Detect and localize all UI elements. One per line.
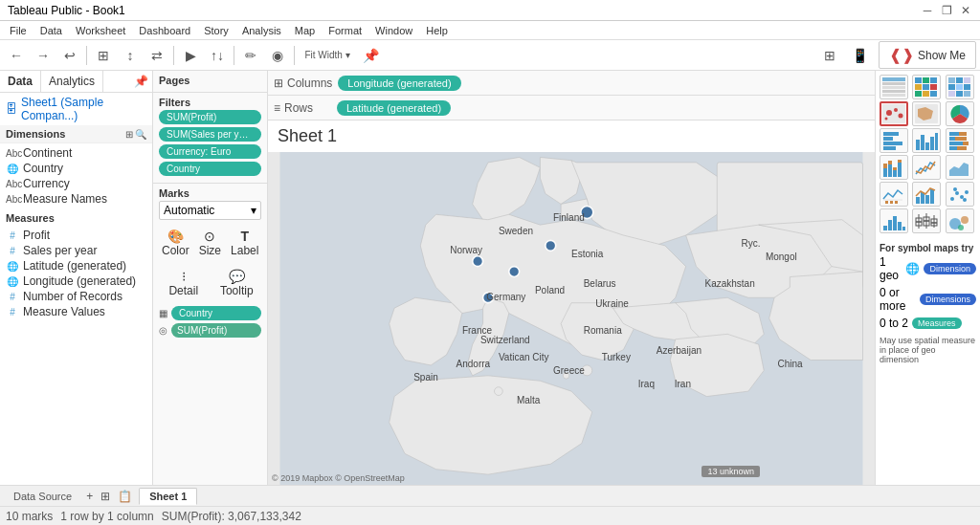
chart-heat-map[interactable]: [912, 75, 941, 99]
filter-currency[interactable]: Currency: Euro: [159, 144, 261, 159]
run-button[interactable]: ▶: [178, 43, 203, 68]
status-bar: 10 marks 1 row by 1 column SUM(Profit): …: [0, 506, 980, 525]
chart-horiz-bar[interactable]: [880, 128, 908, 153]
marks-section: Marks Automatic ▾ 🎨 Color ⊙ Size T Label: [153, 184, 267, 485]
svg-rect-72: [957, 146, 967, 150]
chart-line[interactable]: [912, 155, 941, 180]
svg-rect-57: [883, 137, 893, 141]
minimize-button[interactable]: ─: [921, 4, 934, 17]
device-button[interactable]: 📱: [848, 43, 873, 68]
grid-icon[interactable]: ⊞: [125, 129, 133, 140]
chart-vert-bar[interactable]: [912, 128, 941, 153]
data-source-item[interactable]: 🗄 Sheet1 (Sample Compan...): [0, 93, 152, 125]
chart-pie[interactable]: [946, 101, 974, 126]
dim-currency[interactable]: Abc Currency: [0, 176, 152, 191]
filter-country[interactable]: Country: [159, 162, 261, 176]
measure-profit[interactable]: # Profit: [0, 228, 152, 243]
forward-button[interactable]: →: [31, 43, 56, 68]
new-sheet-icon[interactable]: +: [83, 489, 96, 504]
menu-bar: File Data Worksheet Dashboard Story Anal…: [0, 21, 980, 40]
menu-map[interactable]: Map: [289, 23, 321, 38]
measure-values[interactable]: # Measure Values: [0, 304, 152, 319]
svg-rect-27: [882, 86, 905, 89]
chart-histogram[interactable]: [880, 208, 908, 233]
back-button[interactable]: ←: [4, 43, 29, 68]
svg-rect-70: [963, 142, 969, 145]
dimensions-title: Dimensions: [6, 128, 65, 140]
new-story-icon[interactable]: 📋: [115, 489, 135, 504]
presentation-button[interactable]: ⊞: [817, 43, 842, 68]
menu-data[interactable]: Data: [34, 23, 68, 38]
marks-tooltip-btn[interactable]: 💬 Tooltip: [212, 266, 262, 300]
marks-detail-btn[interactable]: ⁝ Detail: [159, 266, 209, 300]
new-ds-button[interactable]: ⊞: [91, 43, 116, 68]
chart-text-table[interactable]: [880, 75, 908, 99]
svg-rect-42: [948, 84, 955, 90]
menu-help[interactable]: Help: [420, 23, 454, 38]
menu-worksheet[interactable]: Worksheet: [70, 23, 131, 38]
dim-continent[interactable]: Abc Continent: [0, 145, 152, 161]
measure-num-records[interactable]: # Number of Records: [0, 289, 152, 304]
chart-box-plot[interactable]: [912, 208, 941, 233]
chart-stacked-horiz[interactable]: [946, 128, 974, 153]
menu-story[interactable]: Story: [198, 23, 234, 38]
new-dashboard-icon[interactable]: ⊞: [98, 489, 113, 504]
panel-pin[interactable]: 📌: [130, 71, 152, 92]
menu-analysis[interactable]: Analysis: [236, 23, 287, 38]
sheet-tab-1[interactable]: Sheet 1: [139, 488, 197, 505]
fit-button[interactable]: Fit Width ▾: [299, 43, 356, 68]
rows-pill[interactable]: Latitude (generated): [337, 100, 451, 116]
data-source-tab[interactable]: Data Source: [6, 489, 79, 504]
chart-grid: [880, 75, 976, 233]
chart-highlight-table[interactable]: [946, 75, 974, 99]
menu-dashboard[interactable]: Dashboard: [133, 23, 196, 38]
filter-sum-sales[interactable]: SUM(Sales per year): [159, 127, 261, 142]
chart-bar-line[interactable]: [912, 182, 941, 207]
tab-analytics[interactable]: Analytics: [41, 71, 103, 92]
sort-asc-button[interactable]: ↑↓: [205, 43, 230, 68]
dim-measure-names[interactable]: Abc Measure Names: [0, 191, 152, 207]
marks-color-btn[interactable]: 🎨 Color: [159, 226, 192, 260]
marks-country-pill[interactable]: Country: [171, 306, 261, 320]
chart-dual-line[interactable]: [880, 182, 908, 207]
pin-button[interactable]: 📌: [358, 43, 383, 68]
dup-button[interactable]: ↕: [118, 43, 143, 68]
dim-country[interactable]: 🌐 Country: [0, 161, 152, 176]
measure-sales[interactable]: # Sales per year: [0, 243, 152, 258]
measure-latitude[interactable]: 🌐 Latitude (generated): [0, 258, 152, 273]
highlight-button[interactable]: ✏: [238, 43, 263, 68]
marks-profit-pill[interactable]: SUM(Profit): [171, 323, 261, 338]
marks-size-btn[interactable]: ⊙ Size: [196, 226, 224, 260]
chart-symbol-map[interactable]: [880, 101, 908, 126]
chart-area[interactable]: [946, 155, 974, 180]
chart-bubble[interactable]: [946, 208, 974, 233]
chart-stacked-vert[interactable]: [880, 155, 908, 180]
measure-longitude[interactable]: 🌐 Longitude (generated): [0, 273, 152, 289]
filter-sum-profit[interactable]: SUM(Profit): [159, 110, 261, 124]
measure-type-icon: 🌐: [6, 276, 19, 287]
bottom-icons: + ⊞ 📋: [83, 489, 135, 504]
chart-scatter[interactable]: [946, 182, 974, 207]
search-icon[interactable]: 🔍: [135, 129, 146, 140]
show-me-hint: For symbol maps try: [880, 243, 976, 253]
map-container[interactable]: Sweden Finland Norway Estonia Belarus Po…: [268, 152, 875, 485]
svg-rect-75: [888, 164, 892, 177]
marks-type-dropdown[interactable]: Automatic ▾: [159, 201, 261, 220]
menu-file[interactable]: File: [4, 23, 33, 38]
maximize-button[interactable]: ❐: [940, 4, 953, 17]
map-unknown-badge[interactable]: 13 unknown: [702, 466, 760, 477]
undo-button[interactable]: ↩: [57, 43, 82, 68]
show-me-button[interactable]: ❰❱ Show Me: [879, 41, 976, 69]
close-button[interactable]: ✕: [959, 4, 972, 17]
marks-label-btn[interactable]: T Label: [228, 226, 261, 260]
svg-rect-40: [956, 77, 963, 83]
chart-filled-map[interactable]: [912, 101, 941, 126]
svg-rect-28: [882, 90, 905, 93]
tab-data[interactable]: Data: [0, 71, 41, 92]
menu-format[interactable]: Format: [323, 23, 368, 38]
swap-button[interactable]: ⇄: [145, 43, 169, 68]
svg-rect-79: [898, 163, 902, 177]
columns-pill[interactable]: Longitude (generated): [338, 76, 460, 91]
annotate-button[interactable]: ◉: [265, 43, 290, 68]
menu-window[interactable]: Window: [369, 23, 418, 38]
